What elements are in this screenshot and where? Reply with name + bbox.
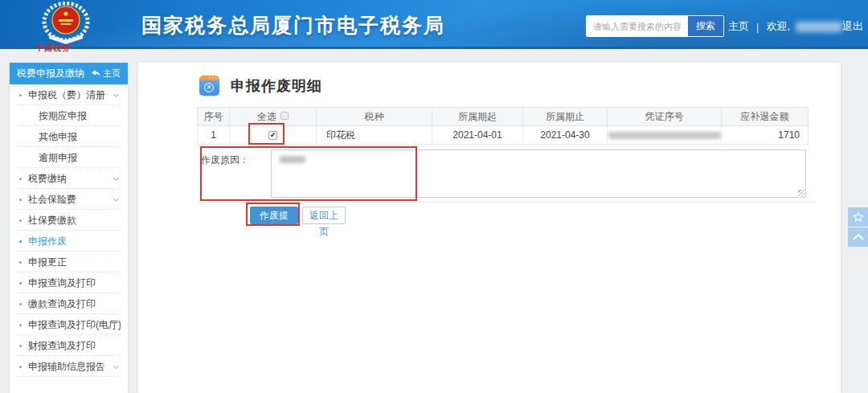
bullet-icon xyxy=(19,178,22,180)
home-link[interactable]: 主页 xyxy=(728,19,749,34)
table-header-row: 序号 全选 税种 所属期起 所属期止 凭证序号 应补退金额 xyxy=(198,108,809,126)
sidebar-item-tax-payment[interactable]: 税费缴纳 xyxy=(17,168,121,189)
bullet-icon xyxy=(19,303,22,305)
sidebar-item-label: 财报查询及打印 xyxy=(28,340,96,351)
chevron-up-icon xyxy=(853,234,864,240)
logo-caption: 中国税务 xyxy=(35,43,71,54)
bullet-icon xyxy=(19,345,22,347)
sidebar-menu: 申报税（费）清册 按期应申报 其他申报 逾期申报 税费缴纳 社会保险费 社保费缴… xyxy=(10,84,128,377)
cell-select xyxy=(230,126,317,145)
sidebar-item-label: 申报查询及打印 xyxy=(28,277,96,289)
sidebar-item-label: 按期应申报 xyxy=(39,110,87,121)
search-box: 搜索 xyxy=(586,15,724,37)
sidebar-header: 税费申报及缴纳 主页 xyxy=(10,63,128,84)
sidebar-item-declaration-query-print[interactable]: 申报查询及打印 xyxy=(17,272,121,293)
table-row: 1 印花税 2021-04-01 2021-04-30 1710 xyxy=(198,126,809,145)
sidebar-item-overdue-declaration[interactable]: 逾期申报 xyxy=(17,147,121,168)
sidebar-item-other-declaration[interactable]: 其他申报 xyxy=(17,126,121,147)
circle-x-icon xyxy=(204,83,214,92)
void-submit-button[interactable]: 作废提交 xyxy=(250,207,298,224)
nav-separator: | xyxy=(756,21,759,33)
bullet-icon xyxy=(19,199,22,201)
cell-amount: 1710 xyxy=(722,126,809,145)
site-title: 国家税务总局厦门市电子税务局 xyxy=(141,12,445,39)
page-title-row: 申报作废明细 xyxy=(199,76,322,96)
select-all-checkbox[interactable] xyxy=(280,112,289,120)
sidebar-item-periodic-declaration[interactable]: 按期应申报 xyxy=(17,105,121,126)
sidebar-item-label: 缴款查询及打印 xyxy=(28,298,96,309)
search-input[interactable] xyxy=(587,16,688,36)
row-checkbox[interactable] xyxy=(268,131,277,140)
col-seq: 序号 xyxy=(198,108,230,126)
col-period-end: 所属期止 xyxy=(523,108,608,126)
back-to-home-button[interactable]: 主页 xyxy=(92,68,121,80)
col-tax-type: 税种 xyxy=(317,108,432,126)
sidebar-item-social-insurance[interactable]: 社会保险费 xyxy=(17,189,121,210)
logout-button[interactable]: 退出 xyxy=(842,19,863,34)
sidebar-item-social-fee-payment[interactable]: 社保费缴款 xyxy=(17,210,121,231)
main-content: 申报作废明细 序号 全选 税种 所属期起 所属期止 凭证序号 应补退金额 xyxy=(138,63,841,393)
welcome-text: 欢迎, xyxy=(766,19,790,34)
reply-arrow-icon xyxy=(92,69,100,79)
sidebar-category-title: 税费申报及缴纳 xyxy=(17,67,84,80)
bullet-icon xyxy=(19,324,22,326)
page-title: 申报作废明细 xyxy=(231,76,322,96)
void-detail-table: 序号 全选 税种 所属期起 所属期止 凭证序号 应补退金额 1 印花税 2021… xyxy=(197,107,809,145)
col-amount: 应补退金额 xyxy=(722,108,809,126)
cell-seq: 1 xyxy=(198,126,230,145)
bullet-icon xyxy=(19,94,22,96)
floating-widget xyxy=(848,207,868,248)
void-reason-label: 作废原因： xyxy=(201,154,249,167)
col-select-all: 全选 xyxy=(230,108,317,126)
divider xyxy=(197,202,816,203)
back-to-home-label: 主页 xyxy=(103,68,121,80)
resize-handle[interactable] xyxy=(798,190,805,196)
username-redacted xyxy=(796,22,842,32)
sidebar-item-financial-report-query-print[interactable]: 财报查询及打印 xyxy=(17,335,121,356)
voucher-no-redacted xyxy=(608,132,721,139)
sidebar-item-declaration-query-print-hall[interactable]: 申报查询及打印(电厅) xyxy=(17,314,121,335)
sidebar-item-declaration-auxiliary-info[interactable]: 申报辅助信息报告 xyxy=(17,356,121,377)
favorite-star-button[interactable] xyxy=(848,207,868,227)
bullet-icon xyxy=(19,261,22,264)
void-window-icon xyxy=(199,76,219,96)
col-voucher-no: 凭证序号 xyxy=(608,108,722,126)
sidebar-item-declaration-list[interactable]: 申报税（费）清册 xyxy=(17,84,121,105)
sidebar-item-declaration-correction[interactable]: 申报更正 xyxy=(17,252,121,272)
back-to-top-button[interactable] xyxy=(848,227,868,247)
bullet-icon xyxy=(19,366,22,368)
back-button[interactable]: 返回上页 xyxy=(302,207,346,224)
sidebar-item-label: 申报作废 xyxy=(28,235,67,247)
reason-text-redacted xyxy=(280,156,305,163)
select-all-label: 全选 xyxy=(257,111,276,122)
sidebar-item-label: 申报更正 xyxy=(28,256,67,268)
cell-tax-type: 印花税 xyxy=(317,126,432,145)
bullet-icon xyxy=(19,282,22,285)
void-reason-textarea[interactable] xyxy=(271,149,806,198)
top-header: 国家税务总局厦门市电子税务局 搜索 主页 | 欢迎, 退出 xyxy=(0,0,868,49)
sidebar-item-declaration-void[interactable]: 申报作废 xyxy=(17,231,121,252)
cell-voucher-no xyxy=(608,126,722,145)
sidebar: 税费申报及缴纳 主页 申报税（费）清册 按期应申报 其他申报 逾期申报 税费缴纳… xyxy=(10,63,128,393)
bullet-icon xyxy=(19,240,22,243)
cell-period-start: 2021-04-01 xyxy=(432,126,523,145)
chevron-down-icon xyxy=(113,363,119,369)
search-button[interactable]: 搜索 xyxy=(688,16,723,36)
chevron-down-icon xyxy=(113,196,119,202)
sidebar-item-label: 其他申报 xyxy=(39,131,77,142)
page: 国家税务总局厦门市电子税务局 搜索 主页 | 欢迎, 退出 中国税务 税费申报及… xyxy=(0,0,868,393)
chevron-down-icon xyxy=(113,92,119,97)
sidebar-item-label: 税费缴纳 xyxy=(28,173,67,184)
sidebar-item-label: 逾期申报 xyxy=(39,152,77,163)
bullet-icon xyxy=(19,219,22,222)
tax-bureau-emblem-icon xyxy=(34,2,98,48)
col-period-start: 所属期起 xyxy=(432,108,523,126)
sidebar-item-payment-query-print[interactable]: 缴款查询及打印 xyxy=(17,293,121,314)
sidebar-item-label: 社会保险费 xyxy=(28,194,76,205)
cell-period-end: 2021-04-30 xyxy=(523,126,608,145)
sidebar-item-label: 申报税（费）清册 xyxy=(28,89,105,100)
top-nav: 主页 | 欢迎, xyxy=(728,19,842,34)
chevron-down-icon xyxy=(113,175,119,181)
star-icon xyxy=(853,211,864,223)
window-dots-icon xyxy=(209,77,217,79)
